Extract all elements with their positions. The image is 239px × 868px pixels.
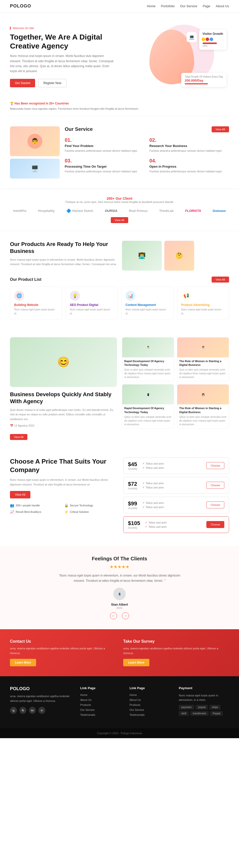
footer-link-1-0[interactable]: Home [80, 693, 122, 696]
price-features-0: Tellus sed arim Tellus sed arim [142, 462, 206, 469]
testimonials-title: Feelings Of The Clients [10, 556, 229, 562]
product-list-header: Our Product List View All [10, 277, 229, 282]
growth-value: 200.000/Day [185, 79, 223, 82]
client-logo-2: 🔷Harlem Dutch [66, 209, 93, 213]
feature-label-0: 200+ people handle [16, 504, 40, 507]
blog-card-image-1: 👩‍💼 [177, 338, 229, 358]
clients-count: 200+ Our Client [10, 196, 229, 200]
product-list-title: Our Product List [10, 277, 41, 282]
price-amount-wrapper-3: $105 /monthly [128, 520, 140, 529]
product-view-all-button[interactable]: View All [212, 277, 229, 282]
price-feature-2-1: Tellus sed arim [142, 505, 206, 508]
price-features-3: Tellus sed arim Tellus sed arim [145, 521, 206, 528]
nav-links: Home Portofolio Our Service Page About U… [147, 4, 229, 8]
blog-card-icon-0: 👨‍💼 [147, 346, 150, 349]
footer-link-2-4[interactable]: Testimonials [129, 713, 171, 716]
service-items: 01. Find Your Problem Facilisis pharetra… [65, 137, 229, 174]
footer-link-2-2[interactable]: Products [129, 703, 171, 706]
blog-left: 😊 Business Develops Quickly And Stably W… [10, 337, 117, 440]
feature-item-1: 🔒 Secure Technology [64, 503, 116, 507]
footer-link-1-1[interactable]: About Us [80, 699, 122, 701]
price-feature-2-0: Tellus sed arim [142, 501, 206, 504]
service-name-2: Research Your Business [149, 144, 229, 148]
clients-view-all-button[interactable]: View All [111, 217, 128, 223]
survey-desc: urna, viverra egestas vestibulum egetha … [123, 646, 229, 655]
testimonials-name: Sian Albert [10, 602, 229, 607]
price-amount-2: $99 [128, 500, 138, 507]
contact-learn-more-button[interactable]: Learn More [10, 659, 36, 666]
testimonials-stars: ★★★★★ [10, 564, 229, 569]
footer-link-2-0[interactable]: Home [129, 693, 171, 696]
testimonials-text: "Nunc massa eget turpis quam in elementu… [57, 573, 182, 584]
choose-button-3[interactable]: Choose [206, 521, 224, 528]
service-section: 👨 🖥️ Our Service View All 01. Find Your … [0, 116, 239, 188]
price-feature-3-0: Tellus sed arim [145, 521, 206, 524]
footer-link-1-2[interactable]: Products [80, 703, 122, 706]
twitter-icon[interactable]: tw [29, 707, 36, 714]
nav-page[interactable]: Page [203, 4, 210, 8]
hero-buttons: Get Started Register Now [10, 79, 115, 87]
footer-link-title-1: Link Page [80, 686, 122, 690]
nav-logo: POLOGO [10, 3, 31, 9]
choose-button-1[interactable]: Choose [206, 482, 224, 489]
footer-cta-section: Contact Us urna, viverra egestas vestibu… [0, 629, 239, 676]
price-amount-1: $72 [128, 481, 138, 487]
client-logo-3: OURSIA [105, 209, 118, 213]
blog-right: 👨‍💼 Rapid Development Of Agency Technolo… [122, 337, 229, 429]
footer-link-list-2: Home About Us Products Our Service Testi… [129, 693, 171, 716]
visitor-growth-card: Visitor Growth 15% [199, 30, 227, 50]
blog-card-2: 📱 Rapid Development Of Agency Technology… [122, 384, 174, 429]
nav-service[interactable]: Our Service [180, 4, 198, 8]
choose-button-0[interactable]: Choose [206, 462, 224, 469]
blog-card-0: 👨‍💼 Rapid Development Of Agency Technolo… [122, 337, 174, 381]
price-feature-1-1: Tellus sed arim [142, 486, 206, 489]
service-num-1: 01. [65, 137, 144, 143]
instagram-icon[interactable]: ig [10, 707, 17, 714]
nav-portfolio[interactable]: Portofolio [161, 4, 175, 8]
survey-learn-more-button[interactable]: Learn More [123, 659, 149, 666]
footer-link-2-1[interactable]: About Us [129, 699, 171, 701]
service-item-2: 02. Research Your Business Facilisis pha… [149, 137, 229, 153]
product-desc-1: Nunc massa eget turpis quam ipsum et. [70, 308, 114, 316]
get-started-button[interactable]: Get Started [10, 79, 35, 87]
testimonials-section: Feelings Of The Clients ★★★★★ "Nunc mass… [0, 546, 239, 629]
blog-card-3: 👩 The Role of Women in Starting a Digita… [177, 384, 229, 429]
price-feature-0-0: Tellus sed arim [142, 462, 206, 465]
product-image-2: 🤔 [164, 241, 194, 271]
service-image-2: 🖥️ [10, 159, 60, 179]
service-view-all-button[interactable]: View All [212, 126, 229, 132]
nav-home[interactable]: Home [147, 4, 156, 8]
payment-badge-3: skrill [179, 711, 189, 716]
products-info: Our Products Are Ready To Help Your Busi… [10, 241, 117, 267]
service-desc-1: Facilisis pharetra pellentesque senean d… [65, 149, 144, 153]
pricing-view-all-button[interactable]: View All [10, 491, 30, 498]
nav-about[interactable]: About Us [216, 4, 229, 8]
testimonials-navigation: ← → [10, 612, 229, 619]
client-logo-6: FLORISTA [185, 209, 201, 213]
avatar-icon: 👤 [118, 593, 121, 595]
footer-link-1-4[interactable]: Testimonials [80, 713, 122, 716]
feature-icon-0: 👥 [10, 503, 14, 507]
growth-card: Total Growth Of Visitors Every Day 200.0… [181, 73, 227, 87]
clients-subtitle: Tristique at nis. prom quis. Sed rhoncus… [10, 200, 229, 204]
choose-button-2[interactable]: Choose [206, 501, 224, 508]
hero-right: Visitor Growth 15% 💻 Total Growth Of Vis… [115, 30, 229, 84]
price-amount-wrapper-1: $72 /monthly [128, 481, 138, 490]
feature-item-2: 📈 Result Best Analitycs [10, 510, 62, 514]
register-button[interactable]: Register Now [38, 79, 66, 87]
price-feature-0-1: Tellus sed arim [142, 466, 206, 469]
product-card-3: 📢 Product Advertising Nunc massa eget tu… [177, 286, 229, 320]
footer-link-1-3[interactable]: Our Service [80, 708, 122, 711]
client-logo-1: Hospitality [38, 209, 55, 213]
testimonials-prev-button[interactable]: ← [110, 612, 117, 619]
footer-link-2-3[interactable]: Our Service [129, 708, 171, 711]
linkedin-icon[interactable]: in [38, 707, 45, 714]
product-desc-0: Nunc massa eget turpis quam ipsum et. [14, 308, 58, 316]
facebook-icon[interactable]: fb [20, 707, 26, 714]
navbar: POLOGO Home Portofolio Our Service Page … [0, 0, 239, 12]
blog-view-all-button[interactable]: View All [10, 434, 27, 440]
hero-section: Welcome On Site Together, We Are A Digit… [0, 12, 239, 97]
contact-desc: urna, viverra egestas vestibulum egetha … [10, 646, 116, 655]
hero-tablet-icon: 💻 [187, 32, 197, 42]
testimonials-next-button[interactable]: → [122, 612, 129, 619]
